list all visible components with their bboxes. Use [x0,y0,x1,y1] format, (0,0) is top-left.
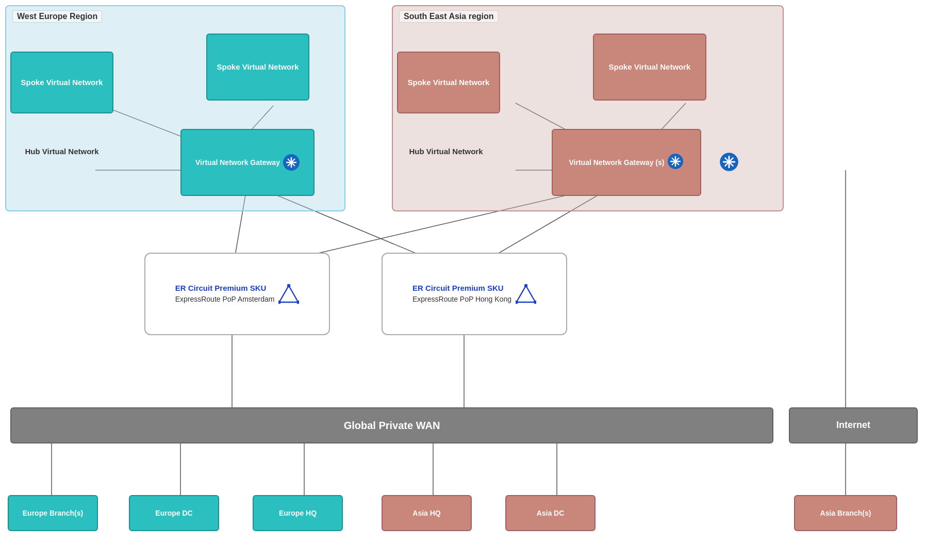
spoke-sea-right: Spoke Virtual Network [593,34,706,101]
svg-point-39 [524,284,527,287]
europe-dc: Europe DC [129,495,219,531]
diagram-container: West Europe Region South East Asia regio… [0,0,942,560]
hub-west-label: Hub Virtual Network [15,147,108,156]
er-triangle-amsterdam [278,284,299,304]
vng-west: Virtual Network Gateway [180,129,315,196]
spoke-west-left: Spoke Virtual Network [10,52,113,113]
west-region-label: West Europe Region [12,10,102,23]
europe-hq: Europe HQ [253,495,343,531]
hub-sea-label: Hub Virtual Network [400,147,492,156]
svg-point-19 [284,155,299,170]
internet-box: Internet [789,407,918,443]
svg-marker-34 [279,286,299,302]
gateway-icon-sea-extra [719,152,739,174]
sea-region-label: South East Asia region [399,10,499,23]
asia-hq: Asia HQ [382,495,472,531]
asia-branch: Asia Branch(s) [794,495,897,531]
svg-point-35 [287,284,290,287]
gateway-icon-west [283,154,300,171]
spoke-west-right: Spoke Virtual Network [206,34,309,101]
svg-marker-38 [517,286,536,302]
er-amsterdam: ER Circuit Premium SKU ExpressRoute PoP … [144,253,330,335]
er-hongkong: ER Circuit Premium SKU ExpressRoute PoP … [382,253,567,335]
vng-sea: Virtual Network Gateway (s) [552,129,701,196]
gateway-icon-sea [667,153,684,172]
spoke-sea-left: Spoke Virtual Network [397,52,500,113]
europe-branch: Europe Branch(s) [8,495,98,531]
global-wan: Global Private WAN [10,407,773,443]
asia-dc: Asia DC [505,495,596,531]
er-triangle-hongkong [516,284,536,304]
